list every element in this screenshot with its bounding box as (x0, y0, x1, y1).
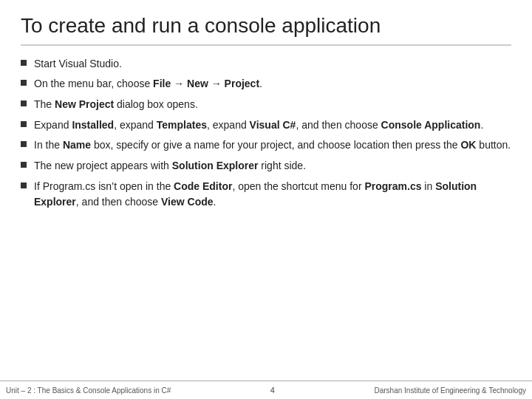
footer-center: 4 (270, 386, 275, 395)
bullet-text-7: If Program.cs isn’t open in the Code Edi… (34, 179, 511, 211)
footer: Unit – 2 : The Basics & Console Applicat… (0, 381, 532, 399)
bullet-icon (21, 162, 27, 168)
slide-container: To create and run a console application … (0, 0, 532, 381)
bullet-item: The new project appears with Solution Ex… (21, 158, 511, 174)
bullet-item: Start Visual Studio. (21, 56, 511, 72)
bullet-item: Expand Installed, expand Templates, expa… (21, 117, 511, 134)
bullet-text-3: The New Project dialog box opens. (34, 97, 511, 113)
bullet-item: If Program.cs isn’t open in the Code Edi… (21, 179, 511, 211)
bullet-icon (21, 121, 27, 127)
bullet-icon (21, 80, 27, 86)
footer-left: Unit – 2 : The Basics & Console Applicat… (6, 386, 171, 395)
bullet-icon (21, 141, 27, 147)
bullet-icon (21, 60, 27, 66)
bullet-icon (21, 100, 27, 106)
bullet-text-2: On the menu bar, choose File → New → Pro… (34, 76, 511, 92)
bullet-text-4: Expand Installed, expand Templates, expa… (34, 117, 511, 134)
slide-title: To create and run a console application (21, 13, 511, 38)
footer-right: Darshan Institute of Engineering & Techn… (374, 386, 526, 395)
bullet-icon (21, 183, 27, 188)
bullet-text-6: The new project appears with Solution Ex… (34, 158, 511, 174)
content-area: Start Visual Studio.On the menu bar, cho… (21, 56, 511, 375)
bullet-text-1: Start Visual Studio. (34, 56, 511, 72)
bullet-text-5: In the Name box, specify or give a name … (34, 137, 511, 154)
title-section: To create and run a console application (21, 13, 511, 46)
bullet-item: On the menu bar, choose File → New → Pro… (21, 76, 511, 92)
bullet-item: The New Project dialog box opens. (21, 97, 511, 113)
bullet-item: In the Name box, specify or give a name … (21, 137, 511, 154)
